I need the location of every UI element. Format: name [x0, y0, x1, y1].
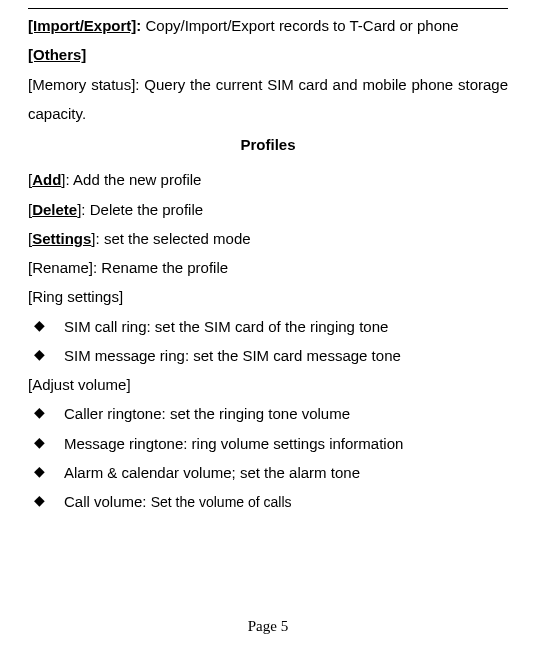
others-label: [Others]	[28, 40, 508, 69]
ring-settings-list: SIM call ring: set the SIM card of the r…	[28, 312, 508, 371]
page-number: Page 5	[0, 612, 536, 641]
add-desc: Add the new profile	[73, 171, 201, 188]
list-item: Message ringtone: ring volume settings i…	[34, 429, 508, 458]
import-export-desc: Copy/Import/Export records to T-Card or …	[141, 17, 458, 34]
rename-entry: [Rename]: Rename the profile	[28, 253, 508, 282]
add-entry: [Add]: Add the new profile	[28, 165, 508, 194]
import-export-paragraph: [Import/Export]: Copy/Import/Export reco…	[28, 11, 508, 40]
settings-label: Settings	[32, 230, 91, 247]
list-item: Caller ringtone: set the ringing tone vo…	[34, 399, 508, 428]
add-label: Add	[32, 171, 61, 188]
delete-desc: Delete the profile	[90, 201, 203, 218]
settings-entry: [Settings]: set the selected mode	[28, 224, 508, 253]
list-item: SIM message ring: set the SIM card messa…	[34, 341, 508, 370]
settings-desc: set the selected mode	[104, 230, 251, 247]
delete-entry: [Delete]: Delete the profile	[28, 195, 508, 224]
list-item: Alarm & calendar volume; set the alarm t…	[34, 458, 508, 487]
adjust-volume-label: [Adjust volume]	[28, 370, 508, 399]
delete-label: Delete	[32, 201, 77, 218]
list-item: Call volume: Set the volume of calls	[34, 487, 508, 516]
ring-settings-label: [Ring settings]	[28, 282, 508, 311]
list-item: SIM call ring: set the SIM card of the r…	[34, 312, 508, 341]
memory-status-label: [Memory status]:	[28, 76, 144, 93]
call-volume-suffix: Set the volume of calls	[151, 494, 292, 510]
adjust-volume-list: Caller ringtone: set the ringing tone vo…	[28, 399, 508, 516]
import-export-label: [Import/Export]	[28, 17, 136, 34]
call-volume-prefix: Call volume:	[64, 493, 151, 510]
profiles-heading: Profiles	[28, 130, 508, 159]
top-rule	[28, 8, 508, 9]
memory-status-paragraph: [Memory status]: Query the current SIM c…	[28, 70, 508, 129]
